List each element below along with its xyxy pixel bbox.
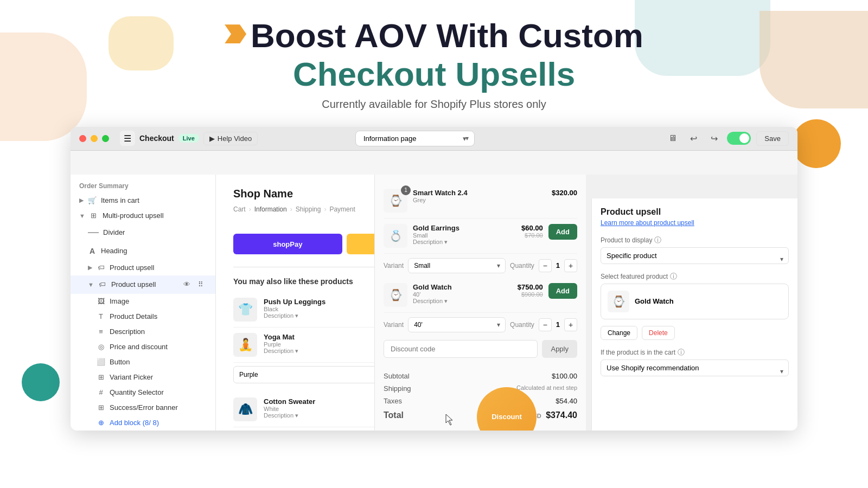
discount-input[interactable] xyxy=(384,340,538,358)
breadcrumb-payment[interactable]: Payment xyxy=(329,206,355,213)
live-badge: Live xyxy=(178,134,199,143)
cart-item-info-smartwatch: Smart Watch 2.4 Grey xyxy=(413,189,546,203)
desc-toggle-earrings[interactable]: Description ▾ xyxy=(413,239,516,246)
page-selector-label: Information page xyxy=(363,134,417,143)
drag-icon[interactable]: ⠿ xyxy=(195,227,207,239)
sidebar-item-price-discount[interactable]: ◎ Price and discount xyxy=(71,339,215,355)
shipping-label: Shipping xyxy=(384,384,411,393)
product-display-select[interactable]: Specific product xyxy=(601,247,789,264)
cart-item-earrings: 💍 Gold Earrings Small Description ▾ $60.… xyxy=(384,219,577,254)
variant-select-goldwatch[interactable]: 40' xyxy=(408,317,506,332)
sidebar-variant-label: Variant Picker xyxy=(110,373,207,381)
window-close-btn[interactable] xyxy=(79,135,86,142)
undo-icon[interactable]: ↩ xyxy=(686,131,701,146)
monitor-icon[interactable]: 🖥 xyxy=(665,131,680,146)
right-panel-title: Product upsell xyxy=(601,207,789,217)
help-video-button[interactable]: ▶ Help Video xyxy=(203,132,258,145)
save-button[interactable]: Save xyxy=(756,131,789,146)
banner-icon: ⊞ xyxy=(97,403,105,412)
page-header: Boost AOV With Custom Checkout Upsells C… xyxy=(0,0,868,121)
preview-area: Shop Name Cart › Information › Shipping … xyxy=(216,175,797,431)
sidebar-item-description[interactable]: ≡ Description xyxy=(71,324,215,339)
chevron-right-icon: ▶ xyxy=(79,197,84,204)
total-label: Total xyxy=(384,410,404,420)
shopify-pay-button[interactable]: shopPay xyxy=(233,234,342,254)
sidebar-item-heading[interactable]: A Heading 👁 ⠿ xyxy=(71,242,215,260)
add-goldwatch-button[interactable]: Add xyxy=(548,283,577,299)
live-toggle[interactable] xyxy=(727,132,751,145)
variant-row-goldwatch: Variant 40' Quantity − 1 + xyxy=(384,317,577,332)
sidebar-toggle-icon[interactable]: ☰ xyxy=(120,131,135,146)
window-minimize-btn[interactable] xyxy=(91,135,98,142)
help-btn-label: Help Video xyxy=(218,134,252,143)
variant-icon: ⊞ xyxy=(97,373,105,382)
add-earrings-button[interactable]: Add xyxy=(548,224,577,240)
apply-discount-button[interactable]: Apply xyxy=(542,340,577,358)
qty-plus-goldwatch[interactable]: + xyxy=(564,318,577,331)
sidebar-item-product-upsell-1[interactable]: ▶ 🏷 Product upsell xyxy=(71,260,215,275)
page-selector[interactable]: Information page ▾ xyxy=(355,131,475,146)
chevron-down-icon: ▼ xyxy=(79,213,85,219)
cart-item-img-goldwatch: ⌚ xyxy=(384,283,407,307)
sidebar-item-product-upsell-2[interactable]: ▼ 🏷 Product upsell 👁 ⠿ xyxy=(71,275,215,294)
sidebar-success-error-label: Success/Error banner xyxy=(110,403,207,412)
plus-icon: ⊕ xyxy=(97,419,105,427)
heading-accent: Checkout Upsells xyxy=(293,55,575,93)
redo-icon[interactable]: ↪ xyxy=(706,131,722,146)
sidebar-item-success-error[interactable]: ⊞ Success/Error banner xyxy=(71,400,215,415)
qty-minus-earrings[interactable]: − xyxy=(539,259,552,272)
subtotal-label: Subtotal xyxy=(384,372,410,380)
bg-decoration-circle-teal xyxy=(22,363,60,401)
eye-icon-3[interactable]: 👁 xyxy=(181,279,193,291)
breadcrumb-cart[interactable]: Cart xyxy=(233,206,246,213)
sidebar: Order Summary ▶ 🛒 Items in cart ▼ ⊞ Mult… xyxy=(71,175,216,431)
sidebar-item-variant-picker[interactable]: ⊞ Variant Picker xyxy=(71,370,215,385)
qty-minus-goldwatch[interactable]: − xyxy=(539,318,552,331)
sidebar-item-divider[interactable]: Divider 👁 ⠿ xyxy=(71,223,215,242)
breadcrumb-shipping[interactable]: Shipping xyxy=(296,206,321,213)
delete-product-button[interactable]: Delete xyxy=(642,326,675,340)
header-actions: 🖥 ↩ ↪ Save xyxy=(665,131,789,146)
earrings-strike-price: $70.00 xyxy=(521,232,543,239)
sidebar-item-image[interactable]: 🖼 Image xyxy=(71,294,215,309)
checkout-label: Checkout xyxy=(139,134,174,143)
qty-label-earrings: Quantity xyxy=(510,262,534,269)
product-display-select-wrapper[interactable]: Specific product xyxy=(601,247,789,272)
sidebar-item-button[interactable]: ⬜ Button xyxy=(71,355,215,370)
select-featured-label: Select featured product ⓘ xyxy=(601,272,789,281)
sidebar-item-multi-product-upsell[interactable]: ▼ ⊞ Multi-product upsell xyxy=(71,208,215,223)
qty-plus-earrings[interactable]: + xyxy=(564,259,577,272)
eye-icon-2[interactable]: 👁 xyxy=(181,245,193,257)
window-maximize-btn[interactable] xyxy=(102,135,109,142)
sidebar-item-quantity-selector[interactable]: # Quantity Selector xyxy=(71,385,215,400)
sidebar-item-add-block[interactable]: ⊕ Add block (8/ 8) xyxy=(71,415,215,431)
goldwatch-variant-select[interactable]: 40' xyxy=(408,317,506,332)
qty-val-earrings: 1 xyxy=(556,261,560,269)
sidebar-item-items-in-cart[interactable]: ▶ 🛒 Items in cart xyxy=(71,193,215,208)
change-product-button[interactable]: Change xyxy=(601,326,637,340)
sidebar-product-upsell-2-label: Product upsell xyxy=(111,280,176,288)
if-in-cart-select[interactable]: Use Shopify recommendation xyxy=(601,359,789,376)
main-layout: Order Summary ▶ 🛒 Items in cart ▼ ⊞ Mult… xyxy=(71,151,797,431)
drag-icon-3[interactable]: ⠿ xyxy=(195,279,207,291)
description-icon: ≡ xyxy=(97,328,105,336)
sidebar-item-product-details[interactable]: T Product Details xyxy=(71,309,215,324)
discount-row: Apply xyxy=(384,340,577,358)
earrings-variant-select[interactable]: Small xyxy=(408,258,506,273)
drag-icon-2[interactable]: ⠿ xyxy=(195,245,207,257)
eye-icon[interactable]: 👁 xyxy=(181,227,193,239)
cart-item-variant-smartwatch: Grey xyxy=(413,197,546,203)
sidebar-button-label: Button xyxy=(110,358,207,366)
desc-toggle-goldwatch[interactable]: Description ▾ xyxy=(413,298,512,305)
right-panel-learn-more[interactable]: Learn more about product upsell xyxy=(601,219,789,227)
if-in-cart-select-wrapper[interactable]: Use Shopify recommendation xyxy=(601,359,789,384)
breadcrumb-information[interactable]: Information xyxy=(254,206,287,213)
variant-select-earrings[interactable]: Small xyxy=(408,258,506,273)
cart-item-name-earrings: Gold Earrings xyxy=(413,224,516,232)
subtotal-value: $100.00 xyxy=(552,372,577,380)
goldwatch-strike-price: $900.00 xyxy=(518,291,543,298)
cart-badge: 1 xyxy=(401,185,411,195)
app-content: Order Summary ▶ 🛒 Items in cart ▼ ⊞ Mult… xyxy=(71,151,797,431)
image-icon: 🖼 xyxy=(97,297,105,306)
play-icon: ▶ xyxy=(209,134,215,143)
